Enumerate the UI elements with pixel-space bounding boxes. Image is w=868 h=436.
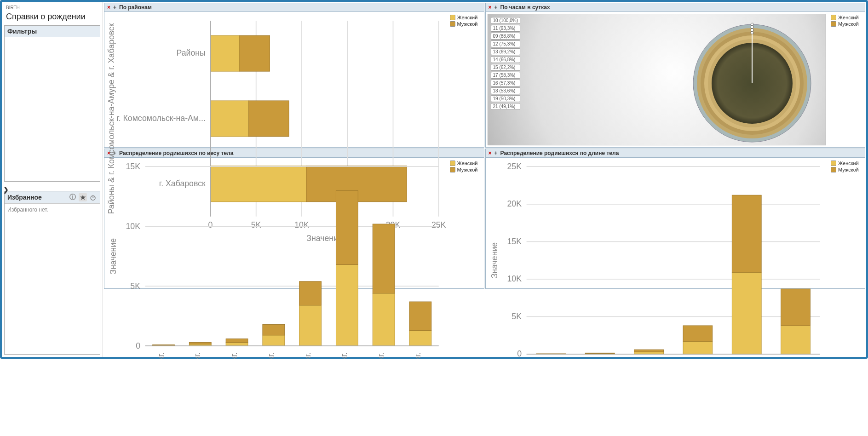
- svg-rect-98: [781, 326, 810, 354]
- svg-text:г. Комсомольск-на-Ам...: г. Комсомольск-на-Ам...: [116, 114, 205, 123]
- svg-text:0: 0: [517, 349, 522, 358]
- app-root: ❯ BIRTH Справки о рождении Фильтры Избра…: [0, 0, 868, 359]
- svg-text:2.5 кг.: 2.5 кг.: [266, 352, 276, 359]
- svg-rect-18: [249, 101, 289, 137]
- close-icon[interactable]: ×: [107, 4, 110, 11]
- pie-slice-label: 16 (57,3%): [491, 80, 520, 86]
- svg-rect-17: [210, 101, 248, 137]
- svg-rect-90: [634, 350, 663, 352]
- chart-header-regions: × + По районам: [104, 3, 484, 12]
- favorites-header: Избранное ⓘ ★ ◷: [5, 191, 100, 204]
- svg-text:40-45 см.: 40-45 см.: [631, 358, 666, 359]
- svg-rect-95: [732, 272, 761, 354]
- chart-panel-weight: × + Распределение родившихся по весу тел…: [104, 149, 484, 289]
- add-icon[interactable]: +: [494, 150, 498, 156]
- chart-panel-length: × + Распределение родившихся по длине те…: [485, 149, 866, 289]
- svg-point-33: [751, 29, 753, 31]
- svg-rect-92: [683, 341, 712, 354]
- svg-rect-14: [210, 35, 240, 71]
- svg-text:15K: 15K: [126, 162, 140, 171]
- svg-text:Значение: Значение: [109, 238, 118, 275]
- plot-weight[interactable]: Значение05K10K15K1.0 кг.1.5 кг.2.0 кг.2.…: [104, 158, 447, 359]
- filters-panel: Фильтры: [4, 25, 100, 182]
- svg-text:1.0 кг.: 1.0 кг.: [156, 352, 166, 359]
- favorites-panel: Избранное ⓘ ★ ◷ Избранного нет.: [4, 191, 100, 355]
- svg-rect-63: [373, 224, 395, 293]
- legend-hours: Женский Мужской: [828, 12, 865, 147]
- svg-text:3.0 кг.: 3.0 кг.: [303, 352, 312, 359]
- svg-rect-50: [226, 342, 248, 346]
- svg-rect-45: [153, 345, 175, 345]
- svg-text:10K: 10K: [126, 222, 140, 231]
- svg-point-34: [751, 31, 753, 34]
- svg-text:20K: 20K: [507, 199, 522, 208]
- chart-header-length: × + Распределение родившихся по длине те…: [486, 149, 865, 158]
- sidebar: ❯ BIRTH Справки о рождении Фильтры Избра…: [2, 2, 103, 357]
- svg-text:50-55 см.: 50-55 см.: [729, 358, 764, 359]
- breadcrumb: BIRTH: [4, 4, 100, 11]
- svg-point-32: [751, 26, 753, 29]
- svg-rect-54: [263, 324, 285, 335]
- pie-slice-label: 10 (100,0%): [491, 17, 520, 24]
- info-icon[interactable]: ⓘ: [69, 193, 77, 201]
- chart-title: По районам: [119, 4, 152, 11]
- svg-text:0: 0: [136, 341, 140, 350]
- svg-rect-48: [189, 342, 211, 344]
- chart-title: По часам в сутках: [500, 4, 550, 11]
- svg-text:4.0 кг.: 4.0 кг.: [376, 352, 385, 359]
- svg-text:< 35 см.: < 35 см.: [535, 358, 566, 359]
- svg-rect-99: [781, 289, 810, 326]
- add-icon[interactable]: +: [494, 4, 498, 11]
- svg-text:Значение: Значение: [489, 242, 499, 279]
- svg-rect-87: [585, 353, 615, 353]
- svg-text:45-50 см.: 45-50 см.: [680, 358, 715, 359]
- svg-text:25K: 25K: [507, 162, 522, 171]
- svg-text:15K: 15K: [507, 237, 522, 246]
- svg-rect-60: [336, 190, 358, 264]
- svg-text:1.5 кг.: 1.5 кг.: [193, 352, 202, 359]
- pie-slice-label: 21 (49,1%): [491, 103, 520, 110]
- svg-rect-53: [263, 335, 285, 346]
- add-icon[interactable]: +: [113, 4, 116, 11]
- sidebar-collapse-toggle[interactable]: ❯: [3, 186, 9, 193]
- pie-slice-label: 12 (75,3%): [491, 40, 520, 47]
- svg-rect-62: [373, 293, 395, 346]
- svg-rect-96: [732, 195, 761, 272]
- svg-rect-93: [683, 326, 712, 341]
- favorites-label: Избранное: [7, 194, 42, 201]
- history-icon[interactable]: ◷: [89, 193, 97, 201]
- svg-text:5K: 5K: [512, 312, 522, 321]
- chart-header-hours: × + По часам в сутках: [486, 3, 865, 12]
- svg-rect-15: [240, 35, 270, 71]
- close-icon[interactable]: ×: [489, 150, 492, 156]
- plot-hours[interactable]: 10 (100,0%)11 (93,3%)09 (88,8%)12 (75,3%…: [488, 14, 827, 145]
- favorites-body: Избранного нет.: [5, 204, 100, 354]
- pie-slice-label: 15 (62,2%): [491, 64, 520, 71]
- chart-title: Распределение родившихся по длине тела: [500, 150, 619, 156]
- svg-text:3.5 кг.: 3.5 кг.: [339, 352, 349, 359]
- page-title: Справки о рождении: [4, 11, 100, 25]
- filters-body: [5, 37, 100, 181]
- svg-rect-66: [409, 302, 431, 330]
- chart-panel-regions: × + По районам Районы & г. Комсомольск-н…: [104, 3, 484, 148]
- svg-rect-56: [299, 305, 322, 346]
- svg-point-31: [751, 23, 753, 26]
- pie-slice-label: 13 (69,2%): [491, 48, 520, 55]
- close-icon[interactable]: ×: [489, 4, 492, 11]
- svg-rect-59: [336, 264, 358, 346]
- dashboard-grid: × + По районам Районы & г. Комсомольск-н…: [103, 2, 866, 357]
- favorites-empty-text: Избранного нет.: [7, 207, 48, 213]
- filters-header: Фильтры: [5, 26, 100, 37]
- star-icon[interactable]: ★: [79, 193, 87, 201]
- legend-weight: Женский Мужской: [447, 158, 484, 359]
- legend-length: Женский Мужской: [828, 158, 865, 359]
- svg-text:2.0 кг.: 2.0 кг.: [230, 352, 239, 359]
- pie-slice-label: 09 (88,8%): [491, 33, 520, 40]
- svg-rect-65: [409, 330, 431, 346]
- pie-slice-label: 18 (53,6%): [491, 87, 520, 94]
- pie-slice-label: 17 (58,3%): [491, 72, 520, 79]
- svg-text:Районы: Районы: [176, 48, 205, 57]
- pie-slice-label: 11 (93,3%): [491, 25, 520, 32]
- pie-slice-label: 19 (50,3%): [491, 95, 520, 102]
- plot-length[interactable]: Значение05K10K15K20K25K< 35 см.35-40 см.…: [486, 158, 828, 359]
